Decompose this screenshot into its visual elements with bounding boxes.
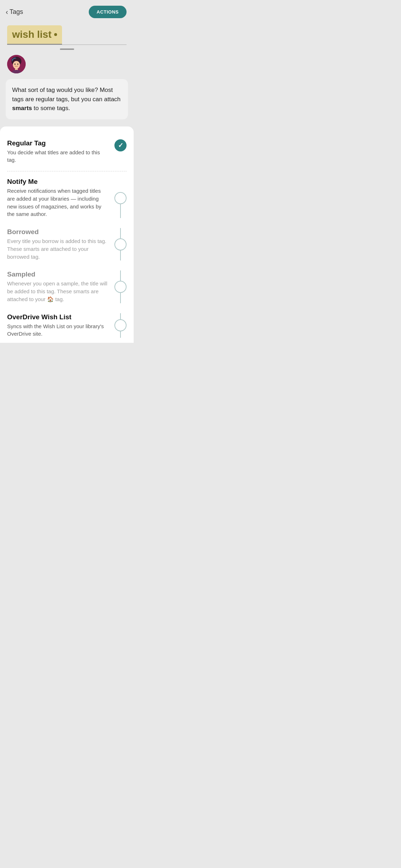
option-notify-content: Notify Me Receive notifications when tag… (7, 178, 114, 218)
back-chevron-icon: ‹ (6, 8, 8, 16)
avatar-svg (7, 55, 26, 73)
actions-button[interactable]: ACTIONS (89, 6, 127, 18)
avatar-section (0, 52, 134, 79)
tag-label-section: wish list (0, 22, 134, 45)
checkmark-icon: ✓ (118, 141, 123, 149)
option-notify-title: Notify Me (7, 178, 109, 186)
message-text-after: to some tags. (32, 105, 70, 112)
option-borrowed-desc: Every title you borrow is added to this … (7, 237, 109, 260)
svg-point-2 (13, 61, 20, 69)
line-above-sampled (120, 270, 121, 281)
option-notify-desc: Receive notifications when tagged titles… (7, 187, 109, 218)
option-sampled-radio-col (114, 270, 127, 303)
option-borrowed-content: Borrowed Every title you borrow is added… (7, 228, 114, 260)
message-text: What sort of tag would you like? Most ta… (12, 86, 122, 113)
line-below-notify (120, 204, 121, 218)
radio-sampled[interactable] (114, 281, 127, 293)
svg-point-4 (17, 63, 19, 65)
sampled-desc-after: tag. (54, 296, 64, 302)
option-regular-desc: You decide what titles are added to this… (7, 149, 109, 164)
avatar (7, 55, 26, 73)
message-bubble: What sort of tag would you like? Most ta… (6, 79, 128, 119)
option-borrowed-title: Borrowed (7, 228, 109, 236)
option-sampled[interactable]: Sampled Whenever you open a sample, the … (7, 265, 127, 308)
header: ‹ Tags ACTIONS (0, 0, 134, 22)
radio-notify[interactable] (114, 192, 127, 204)
message-text-before: What sort of tag would you like? Most ta… (12, 87, 120, 103)
message-text-bold: smarts (12, 105, 32, 112)
option-notify-radio-col (114, 178, 127, 218)
line-below-sampled (120, 293, 121, 303)
divider-handle (60, 48, 74, 50)
sampled-emoji-icon: 🏠 (47, 296, 54, 302)
option-overdrive-radio-col (114, 313, 127, 338)
line-above-notify (120, 178, 121, 192)
back-label: Tags (10, 8, 23, 16)
option-sampled-content: Sampled Whenever you open a sample, the … (7, 270, 114, 303)
tag-dot-icon (54, 33, 57, 36)
line-above-borrowed (120, 228, 121, 238)
option-regular-content: Regular Tag You decide what titles are a… (7, 139, 114, 164)
option-notify[interactable]: Notify Me Receive notifications when tag… (7, 173, 127, 223)
option-borrowed-radio-col (114, 228, 127, 260)
line-below-overdrive (120, 331, 121, 338)
radio-regular[interactable]: ✓ (114, 139, 127, 151)
tag-label-container: wish list (7, 25, 62, 45)
back-button[interactable]: ‹ Tags (6, 8, 23, 16)
tag-label-text: wish list (12, 29, 51, 40)
option-borrowed[interactable]: Borrowed Every title you borrow is added… (7, 223, 127, 265)
option-overdrive[interactable]: OverDrive Wish List Syncs with the Wish … (7, 308, 127, 343)
option-overdrive-content: OverDrive Wish List Syncs with the Wish … (7, 313, 114, 338)
option-overdrive-desc: Syncs with the Wish List on your library… (7, 322, 109, 338)
content-area: Regular Tag You decide what titles are a… (0, 126, 134, 343)
option-regular[interactable]: Regular Tag You decide what titles are a… (7, 134, 127, 170)
line-above-overdrive (120, 313, 121, 320)
radio-overdrive[interactable] (114, 319, 127, 331)
option-sampled-desc: Whenever you open a sample, the title wi… (7, 280, 109, 303)
option-overdrive-title: OverDrive Wish List (7, 313, 109, 321)
line-below-borrowed (120, 250, 121, 261)
separator-1 (7, 171, 127, 171)
radio-borrowed[interactable] (114, 238, 127, 250)
option-sampled-title: Sampled (7, 270, 109, 278)
svg-point-3 (15, 63, 16, 65)
option-regular-title: Regular Tag (7, 139, 109, 147)
divider-bar (0, 45, 134, 52)
